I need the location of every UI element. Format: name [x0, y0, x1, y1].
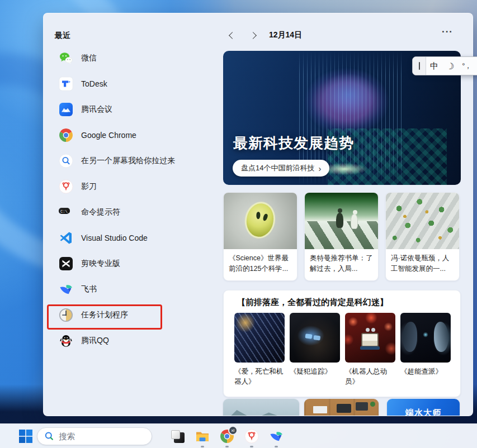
app-label: 剪映专业版: [81, 259, 120, 269]
yingdao-icon: [244, 429, 259, 444]
app-label: 在另一个屏幕我给你拉过来: [81, 156, 175, 166]
ime-punctuation-toggle[interactable]: °，: [458, 61, 475, 71]
app-item-vscode[interactable]: Visual Studio Code: [44, 225, 223, 251]
app-item-tencent-meeting[interactable]: 腾讯会议: [44, 97, 223, 122]
bottom-card-landscape[interactable]: [223, 399, 299, 416]
app-item-qq[interactable]: 腾讯QQ: [44, 328, 223, 354]
taskbar-icon-file-explorer[interactable]: [195, 428, 210, 444]
app-item-yingdao[interactable]: 影刀: [44, 174, 223, 199]
movie-item[interactable]: 《爱，死亡和机器人》: [234, 313, 285, 387]
vscode-icon: [59, 231, 73, 245]
bottom-card-label: 端水大师: [387, 408, 460, 416]
recent-apps-column: 最近 微信 ToDesk: [44, 13, 223, 416]
running-indicator: [250, 446, 253, 447]
hero-title: 最新科技发展趋势: [233, 134, 354, 153]
search-home-panel: 最近 微信 ToDesk: [43, 13, 473, 416]
todesk-icon: [59, 77, 73, 91]
nav-forward-icon[interactable]: [248, 31, 262, 40]
app-item-cmd[interactable]: C:\_ 命令提示符: [44, 199, 223, 225]
ime-cursor-icon[interactable]: [413, 57, 426, 75]
taskbar-search-box[interactable]: [37, 427, 152, 445]
taskbar-icon-chrome[interactable]: xi: [219, 428, 235, 444]
news-image-chess: [305, 193, 378, 249]
app-label: 命令提示符: [81, 207, 120, 217]
feishu-icon: [269, 429, 284, 444]
movie-thumb-love-death-robots[interactable]: [234, 313, 285, 363]
ime-toolbar: 中 ☽ °，: [412, 56, 477, 75]
app-label: 微信: [81, 53, 97, 63]
app-item-feishu[interactable]: 飞书: [44, 277, 223, 302]
ime-halfwidth-moon-icon[interactable]: ☽: [441, 59, 459, 73]
wechat-icon: [59, 51, 73, 65]
hero-button-label: 盘点14个中国前沿科技: [241, 163, 314, 173]
running-indicator: [275, 446, 278, 447]
tencent-meeting-icon: [59, 102, 73, 117]
movie-thumb-person-of-interest[interactable]: [290, 313, 340, 363]
app-item-search-result[interactable]: 在另一个屏幕我给你拉过来: [44, 148, 223, 174]
feed-nav-bar: 12月14日 ···: [223, 27, 461, 43]
news-caption: 《Science》世界最前沿的125个科学...: [224, 249, 297, 274]
nav-back-icon[interactable]: [225, 31, 240, 40]
movie-item[interactable]: 《机器人总动员》: [345, 313, 395, 387]
movie-item[interactable]: 《疑犯追踪》: [290, 313, 340, 376]
yingdao-icon: [59, 179, 73, 194]
more-options-icon[interactable]: ···: [442, 26, 453, 37]
movie-thumb-chappie[interactable]: [400, 313, 451, 363]
app-label: 飞书: [81, 284, 97, 294]
news-card-row: 《Science》世界最前沿的125个科学... 奥特曼推荐书单：了解过去，入局…: [223, 192, 460, 281]
annotation-red-box: [47, 304, 162, 330]
news-caption: 冯·诺依曼瓶颈，人工智能发展的一...: [386, 249, 459, 274]
app-label: Google Chrome: [81, 131, 136, 140]
taskbar-icon-feishu[interactable]: [268, 428, 284, 444]
ime-mode-badge: xi: [228, 426, 238, 435]
feed-date: 12月14日: [269, 30, 302, 40]
search-icon: [44, 431, 54, 441]
taskbar-icon-yingdao[interactable]: [244, 428, 259, 444]
app-label: 腾讯QQ: [81, 336, 109, 346]
news-image-olive: [224, 193, 297, 249]
qq-icon: [59, 333, 73, 348]
ime-language-toggle[interactable]: 中: [426, 61, 442, 72]
running-indicator: [225, 446, 229, 447]
news-card-von-neumann[interactable]: 冯·诺依曼瓶颈，人工智能发展的一...: [385, 192, 460, 281]
movie-caption: 《超能查派》: [400, 366, 451, 376]
news-card-books[interactable]: 奥特曼推荐书单：了解过去，入局...: [304, 192, 379, 281]
command-prompt-icon: C:\_: [59, 205, 73, 220]
movie-caption: 《疑犯追踪》: [290, 366, 340, 376]
bottom-card-desk[interactable]: [304, 399, 379, 416]
bottom-card-blue[interactable]: 端水大师: [387, 399, 460, 416]
app-label: 腾讯会议: [81, 104, 112, 115]
app-item-todesk[interactable]: ToDesk: [44, 71, 223, 97]
start-button[interactable]: [18, 429, 33, 444]
app-item-chrome[interactable]: Google Chrome: [44, 122, 223, 148]
app-item-wechat[interactable]: 微信: [44, 45, 223, 71]
cmd-glyph: C:\_: [59, 208, 70, 214]
jianying-icon: [59, 256, 73, 271]
movies-section-title: 【前排落座，全都看过的肯定是科幻迷】: [237, 297, 388, 308]
folder-icon: [195, 429, 210, 444]
feishu-icon: [59, 282, 73, 297]
window-stack-icon: [171, 430, 185, 443]
chrome-icon: [59, 128, 73, 142]
movie-item[interactable]: 《超能查派》: [400, 313, 451, 376]
news-card-science[interactable]: 《Science》世界最前沿的125个科学...: [223, 192, 297, 281]
search-icon: [59, 154, 73, 168]
taskbar-icon-snip-tool[interactable]: [170, 428, 186, 444]
running-indicator: [201, 446, 204, 447]
news-caption: 奥特曼推荐书单：了解过去，入局...: [305, 249, 378, 274]
hero-button[interactable]: 盘点14个中国前沿科技 ›: [233, 160, 329, 177]
app-label: ToDesk: [81, 79, 107, 88]
search-input[interactable]: [59, 432, 143, 441]
movie-caption: 《爱，死亡和机器人》: [234, 366, 285, 387]
app-label: Visual Studio Code: [81, 233, 148, 242]
recent-section-title: 最近: [55, 31, 70, 41]
movie-thumb-walle[interactable]: [345, 313, 395, 363]
movies-section-card: 【前排落座，全都看过的肯定是科幻迷】 《爱，死亡和机器人》 《疑犯追踪》 《机器…: [223, 290, 461, 397]
news-image-circuit-trees: [386, 193, 459, 249]
chevron-right-icon: ›: [318, 164, 321, 173]
app-item-jianying[interactable]: 剪映专业版: [44, 251, 223, 277]
app-label: 影刀: [81, 182, 97, 192]
movie-caption: 《机器人总动员》: [345, 366, 395, 387]
taskbar: xi: [0, 423, 477, 448]
